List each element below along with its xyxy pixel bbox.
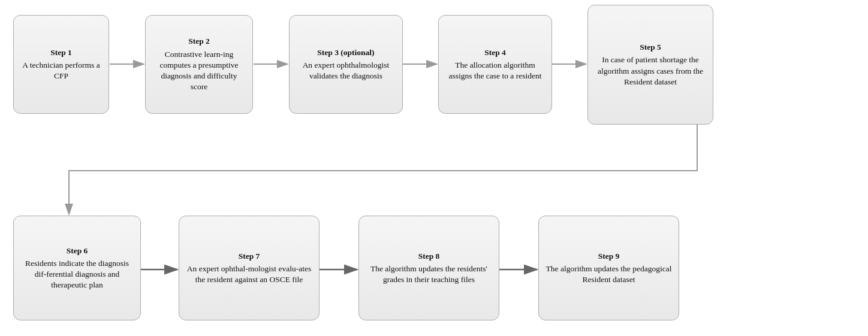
step3-box: Step 3 (optional) An expert ophthalmolog…: [289, 15, 403, 114]
step1-text: A technician performs a CFP: [20, 60, 103, 81]
step7-text: An expert ophthal-mologist evalu-ates th…: [185, 264, 313, 285]
step5-box: Step 5 In case of patient shortage the a…: [587, 5, 713, 125]
step9-box: Step 9 The algorithm updates the pedagog…: [538, 216, 679, 320]
step2-label: Step 2: [188, 36, 210, 47]
step9-text: The algorithm updates the pedagogical Re…: [545, 264, 673, 285]
step6-text: Residents indicate the diagnosis dif-fer…: [20, 258, 134, 291]
step8-label: Step 8: [418, 251, 440, 262]
step6-box: Step 6 Residents indicate the diagnosis …: [13, 216, 141, 320]
step7-label: Step 7: [239, 251, 260, 262]
step1-label: Step 1: [50, 47, 72, 58]
step9-label: Step 9: [598, 251, 620, 262]
step2-text: Contrastive learn-ing computes a presump…: [152, 49, 246, 93]
step4-box: Step 4 The allocation algorithm assigns …: [438, 15, 552, 114]
step1-box: Step 1 A technician performs a CFP: [13, 15, 109, 114]
step6-label: Step 6: [67, 246, 88, 256]
step4-label: Step 4: [484, 47, 506, 58]
step4-text: The allocation algorithm assigns the cas…: [445, 60, 545, 81]
step3-text: An expert ophthalmologist validates the …: [296, 60, 396, 81]
step5-text: In case of patient shortage the algorith…: [594, 55, 707, 87]
step2-box: Step 2 Contrastive learn-ing computes a …: [145, 15, 253, 114]
step7-box: Step 7 An expert ophthal-mologist evalu-…: [179, 216, 320, 320]
step8-box: Step 8 The algorithm updates the residen…: [358, 216, 499, 320]
workflow-diagram: Step 1 A technician performs a CFP Step …: [0, 0, 868, 336]
step5-label: Step 5: [640, 42, 661, 53]
step8-text: The algorithm updates the residents' gra…: [365, 264, 493, 285]
step3-label: Step 3 (optional): [317, 47, 374, 58]
